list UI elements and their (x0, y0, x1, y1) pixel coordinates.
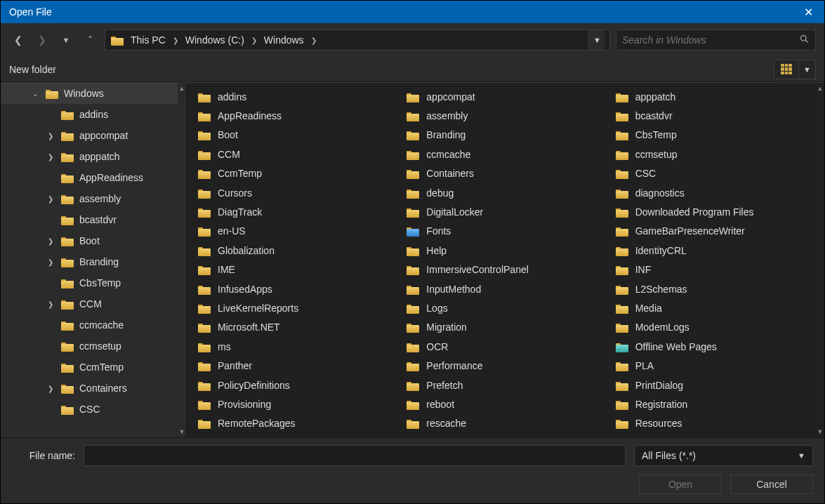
tree-item[interactable]: bcastdvr (1, 209, 178, 230)
list-item[interactable]: Panther (195, 356, 404, 375)
recent-dropdown[interactable]: ▼ (57, 30, 75, 50)
list-item[interactable]: Media (613, 298, 821, 317)
list-item[interactable]: bcastdvr (613, 106, 821, 125)
tree-item[interactable]: CSC (1, 399, 178, 420)
list-item[interactable]: CCM (195, 145, 404, 164)
tree-item[interactable]: ❯assembly (1, 188, 178, 209)
chevron-down-icon[interactable]: ⌄ (30, 90, 40, 98)
view-mode-dropdown[interactable]: ▼ (798, 60, 815, 79)
scroll-up-icon[interactable]: ▲ (178, 83, 186, 94)
list-item[interactable]: Boot (195, 126, 404, 145)
list-item[interactable]: diagnostics (613, 183, 821, 202)
file-type-dropdown[interactable]: All Files (*.*) ▼ (634, 445, 813, 466)
tree-item[interactable]: ❯apppatch (1, 146, 178, 167)
list-item[interactable]: PolicyDefinitions (195, 376, 404, 394)
list-item[interactable]: InputMethod (404, 279, 612, 298)
tree-item[interactable]: ❯appcompat (1, 125, 178, 146)
list-item[interactable]: Containers (404, 164, 612, 183)
list-item[interactable]: LiveKernelReports (195, 298, 404, 317)
list-item[interactable]: Prefetch (404, 376, 612, 394)
scroll-up-icon[interactable]: ▲ (816, 83, 824, 94)
list-item[interactable]: InfusedApps (195, 279, 404, 298)
list-item[interactable]: RemotePackages (195, 414, 404, 433)
list-item[interactable]: OCR (404, 337, 612, 356)
list-item[interactable]: IdentityCRL (613, 241, 821, 260)
breadcrumb-windows[interactable]: Windows (263, 34, 305, 46)
list-item[interactable]: ImmersiveControlPanel (404, 260, 612, 279)
tree-item[interactable]: ❯Boot (1, 230, 178, 251)
list-item[interactable]: L2Schemas (613, 279, 821, 298)
search-box[interactable] (616, 29, 816, 51)
scroll-down-icon[interactable]: ▼ (178, 426, 186, 437)
list-item[interactable]: CSC (613, 164, 821, 183)
list-item[interactable]: Fonts (404, 222, 612, 241)
list-item[interactable]: Cursors (195, 183, 404, 202)
list-item[interactable]: Downloaded Program Files (613, 202, 821, 221)
cancel-button[interactable]: Cancel (730, 475, 813, 494)
tree-scrollbar[interactable]: ▲ ▼ (178, 83, 186, 437)
breadcrumb-this-pc[interactable]: This PC (129, 34, 167, 46)
list-item[interactable]: Globalization (195, 241, 404, 260)
list-item[interactable]: PLA (613, 356, 821, 375)
chevron-right-icon[interactable]: ❯ (46, 153, 55, 161)
tree-item[interactable]: CbsTemp (1, 272, 178, 293)
open-button[interactable]: Open (639, 475, 722, 494)
back-button[interactable]: ❮ (9, 30, 27, 50)
search-icon[interactable] (799, 34, 810, 46)
list-item[interactable]: Branding (404, 126, 612, 145)
list-item[interactable]: Resources (613, 414, 821, 433)
close-button[interactable]: ✕ (792, 1, 824, 23)
list-item[interactable]: reboot (404, 394, 612, 413)
chevron-right-icon[interactable]: ❯ (250, 37, 258, 44)
tree-item[interactable]: AppReadiness (1, 167, 178, 188)
scroll-down-icon[interactable]: ▼ (816, 426, 824, 437)
list-item[interactable]: Help (404, 241, 612, 260)
chevron-right-icon[interactable]: ❯ (46, 385, 55, 392)
chevron-right-icon[interactable]: ❯ (46, 132, 55, 140)
forward-button[interactable]: ❯ (33, 30, 51, 50)
tree-item[interactable]: ccmcache (1, 314, 178, 336)
list-item[interactable]: DigitalLocker (404, 202, 612, 221)
up-button[interactable]: ˄ (81, 30, 99, 50)
tree-item[interactable]: ❯Containers (1, 378, 178, 399)
list-item[interactable]: assembly (404, 106, 612, 125)
search-input[interactable] (622, 34, 799, 46)
list-item[interactable]: CbsTemp (613, 126, 821, 145)
list-item[interactable]: DiagTrack (195, 202, 404, 221)
list-item[interactable]: Registration (613, 394, 821, 413)
list-item[interactable]: ModemLogs (613, 318, 821, 337)
list-item[interactable]: Offline Web Pages (613, 337, 821, 356)
list-item[interactable]: apppatch (613, 87, 821, 106)
list-item[interactable]: Migration (404, 318, 612, 337)
list-item[interactable]: CcmTemp (195, 164, 404, 183)
chevron-right-icon[interactable]: ❯ (46, 195, 55, 203)
list-item[interactable]: PrintDialog (613, 376, 821, 394)
chevron-right-icon[interactable]: ❯ (171, 37, 180, 44)
chevron-right-icon[interactable]: ❯ (46, 237, 55, 245)
list-item[interactable]: ms (195, 337, 404, 356)
list-item[interactable]: debug (404, 183, 612, 202)
chevron-right-icon[interactable]: ❯ (310, 37, 318, 44)
view-mode-button[interactable] (774, 60, 798, 79)
chevron-right-icon[interactable]: ❯ (46, 300, 55, 308)
new-folder-button[interactable]: New folder (9, 64, 56, 75)
list-item[interactable]: appcompat (404, 87, 612, 106)
list-item[interactable]: GameBarPresenceWriter (613, 222, 821, 241)
files-scrollbar[interactable]: ▲ ▼ (816, 83, 824, 437)
breadcrumb-history-dropdown[interactable]: ▼ (588, 30, 605, 50)
tree-item[interactable]: CcmTemp (1, 357, 178, 378)
tree-item[interactable]: ⌄Windows (1, 83, 178, 104)
list-item[interactable]: AppReadiness (195, 106, 404, 125)
tree-item[interactable]: ❯Branding (1, 251, 178, 272)
tree-item[interactable]: ccmsetup (1, 336, 178, 357)
list-item[interactable]: Logs (404, 298, 612, 317)
list-item[interactable]: INF (613, 260, 821, 279)
list-item[interactable]: addins (195, 87, 404, 106)
list-item[interactable]: rescache (404, 414, 612, 433)
tree-item[interactable]: addins (1, 104, 178, 125)
list-item[interactable]: Provisioning (195, 394, 404, 413)
tree-item[interactable]: ❯CCM (1, 293, 178, 314)
list-item[interactable]: Performance (404, 356, 612, 375)
breadcrumb-drive[interactable]: Windows (C:) (184, 34, 246, 46)
chevron-right-icon[interactable]: ❯ (46, 258, 55, 266)
